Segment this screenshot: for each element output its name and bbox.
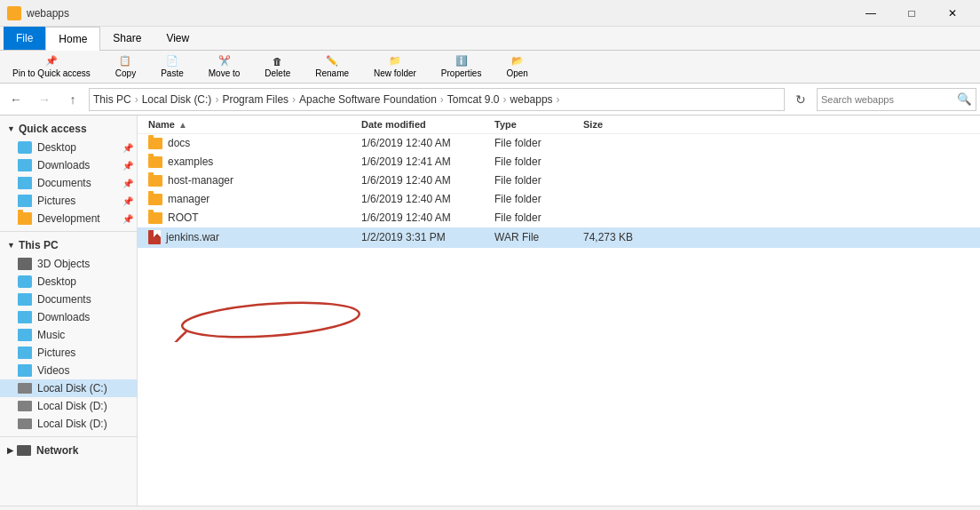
sidebar-item-label: Downloads [37,159,90,171]
window-title: webapps [27,7,845,20]
sidebar-item-label: Desktop [37,141,76,154]
col-size-header[interactable]: Size [583,119,603,130]
pin-icon: 📌 [122,214,133,224]
app-icon [7,6,21,20]
file-name-jenkins: jenkins.war [148,230,361,244]
network-icon [17,445,31,456]
paste-button[interactable]: 📄 Paste [155,53,189,80]
tab-view[interactable]: View [154,27,202,50]
properties-button[interactable]: ℹ️ Properties [436,53,487,80]
title-bar: webapps — □ ✕ [0,0,980,27]
table-row[interactable]: examples 1/6/2019 12:41 AM File folder [138,153,980,171]
open-button[interactable]: 📂 Open [501,53,533,80]
table-row-jenkins[interactable]: jenkins.war 1/2/2019 3:31 PM WAR File 74… [138,227,980,248]
table-row[interactable]: ROOT 1/6/2019 12:40 AM File folder [138,209,980,227]
sidebar-item-localc[interactable]: Local Disk (C:) [0,379,137,397]
sidebar-item-label: Local Disk (D:) [37,418,107,430]
breadcrumb-item-webapps[interactable]: webapps [510,93,553,106]
breadcrumb-item-apache[interactable]: Apache Software Foundation [299,93,437,106]
sidebar-item-3dobjects[interactable]: 3D Objects [0,255,137,273]
file-date: 1/2/2019 3:31 PM [361,231,494,243]
sidebar-item-development[interactable]: Development 📌 [0,210,137,227]
new-folder-button[interactable]: 📁 New folder [368,53,422,80]
sidebar-item-locald[interactable]: Local Disk (D:) [0,397,137,415]
sidebar-item-videos[interactable]: Videos [0,362,137,379]
file-name-docs: docs [148,137,361,149]
sidebar-item-label: Pictures [37,195,75,207]
table-row[interactable]: docs 1/6/2019 12:40 AM File folder [138,134,980,153]
move-to-button[interactable]: ✂️ Move to [203,53,246,80]
disk-icon [18,383,32,394]
copy-button[interactable]: 📋 Copy [110,53,141,80]
col-date-header[interactable]: Date modified [361,119,494,130]
tab-share[interactable]: Share [100,27,154,50]
col-type-header[interactable]: Type [494,119,583,130]
quick-access-header[interactable]: ▼ Quick access [0,119,137,139]
sidebar-item-music[interactable]: Music [0,326,137,344]
network-header[interactable]: ▶ Network [0,441,137,460]
delete-icon: 🗑 [273,56,282,67]
up-button[interactable]: ↑ [60,87,85,112]
folder-icon [148,156,162,168]
pin-to-quickaccess-button[interactable]: 📌 Pin to Quick access [7,53,96,80]
3d-objects-icon [18,258,32,270]
forward-button[interactable]: → [32,87,57,112]
sidebar-item-desktop[interactable]: Desktop 📌 [0,139,137,156]
refresh-button[interactable]: ↻ [788,87,813,112]
paste-icon: 📄 [166,55,178,67]
sidebar-item-downloads[interactable]: Downloads 📌 [0,156,137,174]
desktop-icon [18,141,32,154]
ribbon-commands: 📌 Pin to Quick access 📋 Copy 📄 Paste ✂️ … [0,51,980,83]
sidebar-item-label: Pictures [37,347,75,359]
tab-home[interactable]: Home [45,27,100,51]
this-pc-header[interactable]: ▼ This PC [0,235,137,255]
sidebar-item-label: Documents [37,177,91,189]
rename-button[interactable]: ✏️ Rename [310,53,354,80]
sidebar-item-label: Local Disk (C:) [37,382,107,394]
search-button[interactable]: 🔍 [953,92,976,106]
sidebar-item-label: Downloads [37,311,90,323]
pin-icon: 📌 [122,143,133,153]
breadcrumb-item-localdisk[interactable]: Local Disk (C:) [142,93,212,106]
close-button[interactable]: ✕ [932,0,973,27]
table-row[interactable]: manager 1/6/2019 12:40 AM File folder [138,190,980,209]
sidebar-divider [0,231,137,232]
disk-icon [18,418,32,429]
pin-icon: 📌 [122,179,133,188]
table-row[interactable]: host-manager 1/6/2019 12:40 AM File fold… [138,171,980,190]
folder-icon [148,194,162,205]
minimize-button[interactable]: — [850,0,891,27]
sidebar-item-downloads2[interactable]: Downloads [0,308,137,326]
disk-icon [18,401,32,411]
breadcrumb-item-thispc[interactable]: This PC [93,93,131,106]
sidebar-item-documents2[interactable]: Documents [0,291,137,308]
sidebar-item-documents[interactable]: Documents 📌 [0,174,137,192]
open-icon: 📂 [511,55,524,67]
file-list: Name ▲ Date modified Type Size docs [138,116,980,506]
delete-button[interactable]: 🗑 Delete [259,54,296,80]
sidebar-item-label: Music [37,329,65,341]
pin-icon: 📌 [122,161,133,171]
status-bar: 6 items 1 item selected 73.5 MB ☰ ⊞ [0,506,980,510]
ribbon: File Home Share View 📌 Pin to Quick acce… [0,27,980,84]
videos-icon [18,364,32,377]
sidebar-item-pictures[interactable]: Pictures 📌 [0,192,137,210]
search-input[interactable] [818,94,953,105]
breadcrumb-item-tomcat[interactable]: Tomcat 9.0 [447,93,500,106]
folder-icon [148,212,162,224]
chevron-down-icon: ▼ [7,241,15,250]
col-name-header[interactable]: Name ▲ [148,119,361,130]
sidebar-item-pictures2[interactable]: Pictures [0,344,137,362]
breadcrumb[interactable]: This PC › Local Disk (C:) › Program File… [89,88,785,111]
rename-icon: ✏️ [326,55,338,67]
tab-file[interactable]: File [4,27,45,50]
back-button[interactable]: ← [4,87,28,112]
sidebar-divider2 [0,436,137,437]
file-type: File folder [494,174,583,187]
content-wrapper: Name ▲ Date modified Type Size docs [138,116,980,506]
maximize-button[interactable]: □ [891,0,932,27]
sidebar-item-desktop2[interactable]: Desktop [0,273,137,291]
search-box: 🔍 [817,88,976,111]
breadcrumb-item-programfiles[interactable]: Program Files [222,93,288,106]
sidebar-item-locald2[interactable]: Local Disk (D:) [0,415,137,433]
